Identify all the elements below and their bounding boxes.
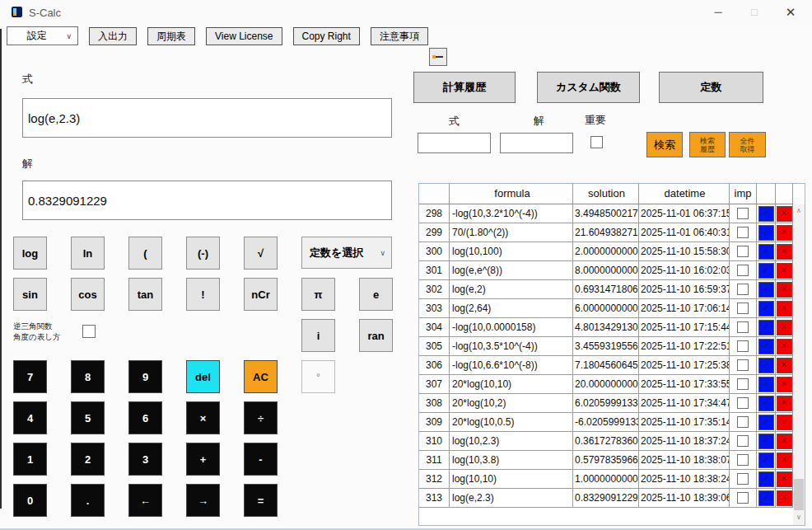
maximize-icon[interactable]: □	[741, 0, 768, 25]
i-button[interactable]: i	[301, 319, 335, 352]
row-check-button[interactable]: ✓	[758, 396, 774, 411]
io-button[interactable]: 入出力	[89, 27, 137, 45]
row-check-button[interactable]: ✓	[758, 434, 774, 449]
key-7[interactable]: 7	[13, 360, 47, 393]
row-check-button[interactable]: ✓	[758, 320, 774, 335]
tab-custom-functions[interactable]: カスタム関数	[537, 72, 640, 103]
row-delete-button[interactable]: ×	[777, 471, 792, 487]
important-checkbox[interactable]	[737, 435, 749, 447]
key-0[interactable]: 0	[13, 484, 47, 517]
key-9[interactable]: 9	[128, 360, 162, 393]
formula-input[interactable]: log(e,2.3)	[22, 98, 392, 138]
key-6[interactable]: 6	[128, 401, 162, 434]
important-checkbox[interactable]	[737, 492, 749, 504]
negate-button[interactable]: (-)	[186, 237, 220, 270]
key-2[interactable]: 2	[71, 443, 105, 476]
search-formula-input[interactable]	[418, 133, 491, 153]
row-delete-button[interactable]: ×	[777, 358, 792, 373]
row-delete-button[interactable]: ×	[777, 490, 792, 506]
important-checkbox[interactable]	[737, 473, 749, 485]
key-8[interactable]: 8	[71, 360, 105, 393]
minimize-icon[interactable]: ─	[705, 0, 731, 25]
row-check-button[interactable]: ✓	[758, 453, 774, 468]
search-history-button[interactable]: 検索 履歴	[689, 132, 726, 157]
search-button[interactable]: 検索	[646, 132, 683, 157]
row-delete-button[interactable]: ×	[777, 320, 792, 335]
key-equals[interactable]: =	[244, 484, 278, 517]
important-checkbox[interactable]	[737, 397, 749, 409]
tab-calculation-history[interactable]: 計算履歴	[413, 72, 516, 103]
important-checkbox[interactable]	[737, 208, 749, 219]
row-check-button[interactable]: ✓	[758, 415, 774, 430]
row-delete-button[interactable]: ×	[777, 225, 792, 241]
e-button[interactable]: e	[359, 278, 393, 311]
key-3[interactable]: 3	[128, 443, 162, 476]
important-checkbox[interactable]	[737, 340, 749, 352]
row-check-button[interactable]: ✓	[758, 377, 774, 392]
paren-open-button[interactable]: (	[128, 237, 162, 270]
row-delete-button[interactable]: ×	[777, 415, 792, 430]
scroll-up-icon[interactable]: ∧	[793, 205, 805, 217]
important-checkbox[interactable]	[737, 246, 749, 257]
key-minus[interactable]: -	[244, 443, 278, 476]
row-delete-button[interactable]: ×	[777, 263, 792, 279]
key-ac[interactable]: AC	[244, 360, 278, 393]
periodic-table-button[interactable]: 周期表	[147, 27, 195, 45]
key-arrow-right[interactable]: →	[186, 484, 220, 517]
key-4[interactable]: 4	[13, 401, 47, 434]
row-delete-button[interactable]: ×	[777, 339, 792, 354]
close-icon[interactable]: ✕	[777, 0, 804, 25]
scrollbar-thumb[interactable]	[794, 479, 804, 510]
important-checkbox[interactable]	[737, 227, 749, 238]
ncr-button[interactable]: nCr	[244, 278, 278, 311]
key-divide[interactable]: ÷	[244, 401, 278, 434]
row-check-button[interactable]: ✓	[758, 206, 774, 222]
row-check-button[interactable]: ✓	[758, 225, 774, 241]
key-dot[interactable]: .	[71, 484, 105, 517]
fetch-all-button[interactable]: 全件 取得	[729, 132, 766, 157]
row-check-button[interactable]: ✓	[758, 244, 774, 260]
key-5[interactable]: 5	[71, 401, 105, 434]
row-check-button[interactable]: ✓	[758, 358, 774, 373]
row-delete-button[interactable]: ×	[777, 453, 792, 468]
row-delete-button[interactable]: ×	[777, 282, 792, 298]
row-delete-button[interactable]: ×	[777, 396, 792, 411]
key-plus[interactable]: +	[186, 443, 220, 476]
ran-button[interactable]: ran	[359, 319, 393, 352]
tan-button[interactable]: tan	[128, 278, 162, 311]
collapse-panel-button[interactable]	[429, 48, 447, 66]
log-button[interactable]: log	[13, 237, 47, 270]
cos-button[interactable]: cos	[71, 278, 105, 311]
row-check-button[interactable]: ✓	[758, 490, 774, 506]
important-checkbox[interactable]	[737, 303, 749, 314]
key-1[interactable]: 1	[13, 443, 47, 476]
row-check-button[interactable]: ✓	[758, 263, 774, 279]
key-multiply[interactable]: ×	[186, 401, 220, 434]
important-checkbox[interactable]	[737, 416, 749, 428]
row-check-button[interactable]: ✓	[758, 339, 774, 354]
copy-right-button[interactable]: Copy Right	[293, 27, 360, 45]
settings-dropdown[interactable]: 設定 ∨	[7, 26, 78, 45]
row-delete-button[interactable]: ×	[777, 434, 792, 449]
sqrt-button[interactable]: √	[244, 237, 278, 270]
view-license-button[interactable]: View License	[206, 27, 282, 45]
important-checkbox[interactable]	[737, 378, 749, 390]
degree-button[interactable]: °	[301, 360, 335, 393]
ln-button[interactable]: ln	[71, 237, 105, 270]
search-important-checkbox[interactable]	[590, 136, 603, 148]
constant-select-dropdown[interactable]: 定数を選択 ∨	[301, 237, 392, 269]
factorial-button[interactable]: !	[186, 278, 220, 311]
key-arrow-left[interactable]: ←	[128, 484, 162, 517]
important-checkbox[interactable]	[737, 284, 749, 295]
solution-output[interactable]: 0.8329091229	[22, 181, 392, 220]
notes-button[interactable]: 注意事項	[371, 27, 428, 45]
row-delete-button[interactable]: ×	[777, 377, 792, 392]
sin-button[interactable]: sin	[13, 278, 47, 311]
pi-button[interactable]: π	[301, 278, 335, 311]
vertical-scrollbar[interactable]: ∧ ∨	[793, 204, 805, 525]
row-delete-button[interactable]: ×	[777, 206, 792, 222]
search-solution-input[interactable]	[500, 133, 573, 153]
tab-constants[interactable]: 定数	[659, 72, 763, 103]
row-check-button[interactable]: ✓	[758, 471, 774, 487]
key-del[interactable]: del	[186, 360, 220, 393]
